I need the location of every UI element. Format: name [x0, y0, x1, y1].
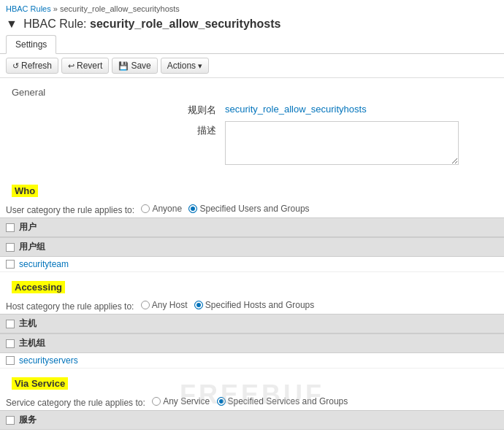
who-specified-option[interactable]: Specified Users and Groups	[188, 204, 309, 214]
accessing-header: Accessing	[12, 281, 65, 293]
accessing-specified-label: Specified Hosts and Groups	[205, 300, 314, 310]
page-title: ▼ HBAC Rule: security_role_allow_securit…	[0, 15, 504, 35]
services-header: 服务	[0, 410, 504, 430]
breadcrumb-current: security_role_allow_securityhosts	[60, 4, 180, 13]
who-anyone-label: Anyone	[152, 204, 182, 214]
via-service-specified-radio[interactable]	[217, 397, 226, 406]
hosts-header: 主机	[0, 314, 504, 333]
description-field[interactable]	[225, 121, 459, 167]
revert-icon: ↩	[68, 61, 75, 71]
via-service-specified-option[interactable]: Specified Services and Groups	[217, 396, 348, 406]
accessing-category-row: Host category the rule applies to: Any H…	[0, 298, 504, 314]
breadcrumb-parent[interactable]: HBAC Rules	[6, 4, 51, 13]
description-textarea[interactable]	[225, 121, 459, 165]
rule-name-label: 规则名	[6, 101, 225, 117]
general-section: General 规则名 security_role_allow_security…	[0, 78, 504, 177]
general-label: General	[6, 81, 498, 101]
who-specified-radio[interactable]	[188, 204, 197, 213]
host-groups-header-label: 主机组	[19, 337, 45, 350]
rule-name-value: security_role_allow_securityhosts	[225, 101, 498, 115]
hosts-header-label: 主机	[19, 317, 37, 330]
via-service-specified-label: Specified Services and Groups	[228, 396, 348, 406]
accessing-anyhost-option[interactable]: Any Host	[141, 300, 188, 310]
list-item: securityteam	[0, 257, 504, 272]
list-item: securityservers	[0, 353, 504, 369]
who-section: Who User category the rule applies to: A…	[0, 177, 504, 272]
accessing-specified-option[interactable]: Specified Hosts and Groups	[194, 300, 314, 310]
title-name: security_role_allow_securityhosts	[90, 18, 280, 30]
users-header-label: 用户	[19, 221, 37, 234]
via-service-header: Via Service	[12, 377, 68, 390]
save-icon: 💾	[118, 61, 129, 71]
host-groups-header: 主机组	[0, 333, 504, 353]
refresh-button[interactable]: ↺ Refresh	[6, 58, 58, 74]
who-category-label: User category the rule applies to:	[6, 205, 134, 215]
securityservers-checkbox[interactable]	[6, 356, 15, 365]
host-groups-checkbox[interactable]	[6, 339, 15, 348]
tabs: Settings	[0, 35, 504, 54]
via-service-category-label: Service category the rule applies to:	[6, 398, 145, 408]
toolbar: ↺ Refresh ↩ Revert 💾 Save Actions ▾	[0, 54, 504, 78]
via-service-anyservice-label: Any Service	[163, 396, 210, 406]
via-service-anyservice-option[interactable]: Any Service	[152, 396, 210, 406]
accessing-section: Accessing Host category the rule applies…	[0, 272, 504, 369]
user-groups-header: 用户组	[0, 237, 504, 257]
breadcrumb: HBAC Rules » security_role_allow_securit…	[0, 0, 504, 15]
who-anyone-radio[interactable]	[141, 204, 150, 213]
accessing-anyhost-label: Any Host	[152, 300, 188, 310]
who-anyone-option[interactable]: Anyone	[141, 204, 182, 214]
users-checkbox[interactable]	[6, 223, 15, 232]
breadcrumb-separator: »	[53, 4, 58, 13]
accessing-anyhost-radio[interactable]	[141, 301, 150, 309]
dropdown-icon: ▾	[198, 61, 202, 71]
users-header: 用户	[0, 217, 504, 237]
via-service-section: Via Service Service category the rule ap…	[0, 369, 504, 432]
tab-settings[interactable]: Settings	[6, 35, 56, 54]
who-category-row: User category the rule applies to: Anyon…	[0, 201, 504, 217]
toggle-icon[interactable]: ▼	[6, 18, 18, 30]
user-groups-checkbox[interactable]	[6, 243, 15, 252]
accessing-category-label: Host category the rule applies to:	[6, 301, 134, 312]
services-header-label: 服务	[19, 414, 37, 426]
via-service-anyservice-radio[interactable]	[152, 397, 161, 406]
title-prefix: HBAC Rule:	[23, 18, 86, 30]
description-label: 描述	[6, 121, 225, 137]
hosts-checkbox[interactable]	[6, 320, 15, 328]
who-header: Who	[12, 185, 38, 197]
rule-name-row: 规则名 security_role_allow_securityhosts	[6, 101, 498, 117]
revert-button[interactable]: ↩ Revert	[61, 58, 109, 74]
user-groups-header-label: 用户组	[19, 241, 45, 253]
securityteam-checkbox[interactable]	[6, 260, 15, 269]
securityteam-link[interactable]: securityteam	[19, 259, 69, 269]
securityservers-link[interactable]: securityservers	[19, 355, 78, 366]
who-specified-label: Specified Users and Groups	[199, 204, 309, 214]
save-button[interactable]: 💾 Save	[112, 58, 157, 74]
services-checkbox[interactable]	[6, 416, 15, 425]
actions-button[interactable]: Actions ▾	[161, 58, 209, 74]
via-service-category-row: Service category the rule applies to: An…	[0, 394, 504, 410]
description-row: 描述	[6, 121, 498, 167]
accessing-specified-radio[interactable]	[194, 301, 203, 309]
refresh-icon: ↺	[12, 61, 19, 71]
